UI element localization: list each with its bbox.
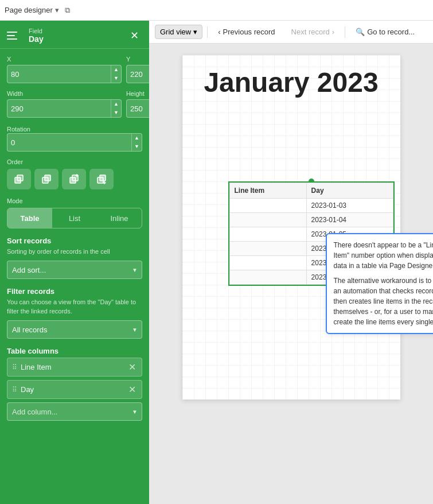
mode-table-btn[interactable]: Table [7,208,52,228]
filter-select[interactable]: All records [7,320,142,339]
menu-line-2 [7,35,15,36]
rotation-field[interactable] [7,138,131,147]
x-increment[interactable]: ▲ [111,65,121,74]
mode-inline-btn[interactable]: Inline [97,208,142,228]
cell-line-item-5 [229,270,306,285]
sort-desc: Sorting by order of records in the cell [7,247,142,256]
page-canvas: January 2023 Line Item Day [182,55,400,400]
menu-line-3 [7,38,17,40]
cell-line-item-2 [229,227,306,242]
height-input[interactable]: ▲ ▼ [126,99,149,118]
rotation-decrement[interactable]: ▼ [132,142,142,151]
table-columns-section: Table columns ⠿ Line Item ✕ ⠿ Day ✕ Add … [7,347,142,421]
x-decrement[interactable]: ▼ [111,74,121,83]
drag-handle-day[interactable]: ⠿ [12,386,17,394]
order-buttons [7,169,142,189]
mode-list-btn[interactable]: List [52,208,97,228]
external-link-icon[interactable]: ⧉ [65,6,70,15]
height-field[interactable] [127,104,149,113]
goto-record-btn[interactable]: 🔍 Go to record... [350,25,420,38]
rotation-input[interactable]: ▲ ▼ [7,133,142,152]
next-record-label: Next record [291,28,330,36]
y-field[interactable] [127,70,149,79]
mode-toggle: Table List Inline [7,208,142,228]
chevron-right-icon: › [332,28,334,36]
app-title: Page designer ▾ [5,6,59,14]
remove-line-item-btn[interactable]: ✕ [127,362,137,373]
y-input[interactable]: ▲ ▼ [126,65,149,83]
field-label: Field [29,28,44,34]
goto-record-label: Go to record... [367,28,415,36]
view-select[interactable]: Grid view ▾ [155,25,202,39]
cell-line-item-0 [229,199,306,213]
sort-select[interactable]: Add sort... [7,261,142,279]
tooltip-line2: The alternative workaround is to create … [334,276,434,327]
cell-line-item-4 [229,256,306,270]
column-name-line-item: Line Item [21,363,124,371]
cell-day-0: 2023-01-03 [306,199,393,213]
send-to-back-btn[interactable] [89,169,114,189]
mode-label: Mode [7,197,142,204]
menu-icon [7,28,23,44]
prev-record-btn[interactable]: ‹ Previous record [212,25,280,38]
table-row: 2023-01-04 [229,213,393,227]
col-header-line-item: Line Item [229,183,306,199]
rotation-label: Rotation [7,126,30,133]
x-field[interactable] [7,70,111,79]
panel-header: Field Day ✕ [0,21,149,49]
nav-divider-1 [207,26,208,38]
wh-row: Width ▲ ▼ Height ▲ [7,90,142,118]
drag-handle-line-item[interactable]: ⠿ [12,363,17,371]
rotation-spinners: ▲ ▼ [131,134,142,151]
add-column-select[interactable]: Add column... [7,402,142,421]
view-toolbar: Grid view ▾ ‹ Previous record Next recor… [149,21,433,44]
title-chevron: ▾ [55,6,59,14]
grid-view-label: Grid view [160,28,191,36]
svg-rect-3 [42,177,48,183]
width-decrement[interactable]: ▼ [111,108,121,117]
x-group: X ▲ ▼ [7,56,122,83]
cell-day-1: 2023-01-04 [306,213,393,227]
cell-line-item-3 [229,242,306,256]
height-label: Height [126,90,149,97]
table-row: 2023-01-03 [229,199,393,213]
filter-section: Filter records You can choose a view fro… [7,287,142,339]
menu-line-1 [7,32,17,33]
width-input[interactable]: ▲ ▼ [7,99,122,118]
svg-rect-7 [97,177,103,183]
sort-section: Sort records Sorting by order of records… [7,237,142,279]
columns-title: Table columns [7,347,142,355]
rotation-group: Rotation ▲ ▼ [7,125,142,152]
chevron-left-icon: ‹ [218,28,220,36]
filter-desc: You can choose a view from the "Day" tab… [7,298,142,316]
sort-select-wrap: Add sort... ▼ [7,261,142,279]
width-increment[interactable]: ▲ [111,100,121,108]
column-item-day: ⠿ Day ✕ [7,380,142,399]
bring-to-front-btn[interactable] [62,169,86,189]
close-button[interactable]: ✕ [127,28,142,43]
page-designer-title: Page designer [5,6,53,14]
table-header-row: Line Item Day [229,183,393,199]
width-group: Width ▲ ▼ [7,90,122,118]
mode-section: Mode Table List Inline [7,197,142,228]
x-input[interactable]: ▲ ▼ [7,65,122,83]
remove-day-btn[interactable]: ✕ [127,384,137,395]
add-column-wrap: Add column... ▼ [7,402,142,421]
column-item-line-item: ⠿ Line Item ✕ [7,358,142,377]
send-backward-btn[interactable] [34,169,58,189]
canvas-area: January 2023 Line Item Day [149,44,433,504]
view-select-arrow: ▾ [193,28,197,36]
tooltip-bubble: There doesn't appear to be a "Line Item"… [326,233,434,334]
height-group: Height ▲ ▼ [126,90,149,118]
next-record-btn[interactable]: Next record › [286,25,341,38]
field-name-value: Day [29,34,44,44]
rotation-increment[interactable]: ▲ [132,134,142,142]
left-panel: Field Day ✕ X ▲ ▼ [0,21,149,504]
x-label: X [7,56,122,63]
panel-body: X ▲ ▼ Y ▲ ▼ [0,49,149,436]
width-field[interactable] [7,104,111,113]
column-name-day: Day [21,385,124,394]
y-label: Y [126,56,149,63]
right-area: Grid view ▾ ‹ Previous record Next recor… [149,21,433,504]
bring-forward-btn[interactable] [7,169,31,189]
